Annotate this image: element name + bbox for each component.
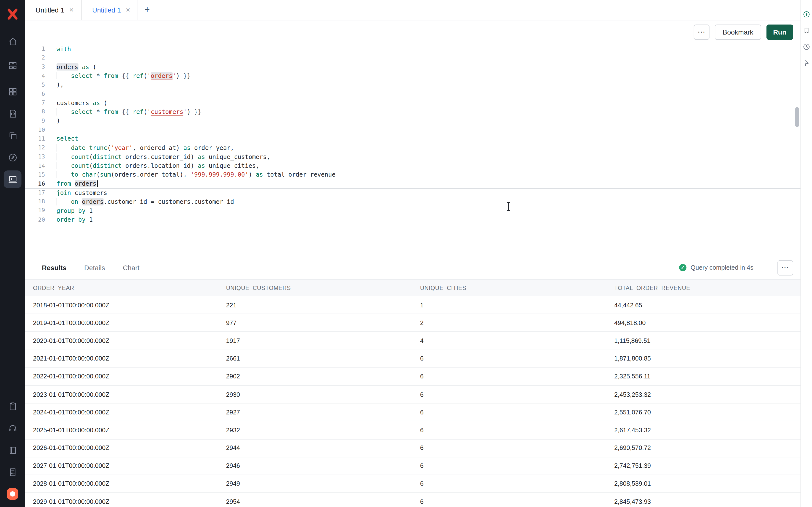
results-more-button[interactable]: ⋯ [777,260,793,275]
table-row[interactable]: 2018-01-01T00:00:00.000Z221144,442.65 [25,296,801,314]
code-line[interactable]: 12 date_trunc('year', ordered_at) as ord… [25,143,801,152]
table-row[interactable]: 2027-01-01T00:00:00.000Z294662,742,751.3… [25,457,801,475]
table-row[interactable]: 2019-01-01T00:00:00.000Z9772494,818.00 [25,314,801,332]
table-row[interactable]: 2024-01-01T00:00:00.000Z292762,551,076.7… [25,404,801,421]
code-line[interactable]: 14 count(distinct orders.location_id) as… [25,161,801,170]
new-tab-button[interactable]: + [138,0,156,20]
code-line[interactable]: 9) [25,116,801,125]
code-file-icon[interactable] [4,105,21,122]
tab-details[interactable]: Details [84,264,105,272]
history-icon[interactable] [803,42,811,51]
code-line[interactable]: 18 on orders.customer_id = customers.cus… [25,197,801,206]
table-cell: 2930 [222,391,416,398]
table-row[interactable]: 2025-01-01T00:00:00.000Z293262,617,453.3… [25,421,801,439]
table-cell: 2026-01-01T00:00:00.000Z [29,444,222,452]
table-cell: 2023-01-01T00:00:00.000Z [29,391,222,398]
sidebar-nav-bottom [5,398,20,502]
table-cell: 6 [416,444,610,452]
table-row[interactable]: 2021-01-01T00:00:00.000Z266161,871,800.8… [25,350,801,368]
table-cell: 2024-01-01T00:00:00.000Z [29,408,222,416]
table-cell: 2932 [222,427,416,434]
table-cell: 2,808,539.01 [610,480,801,488]
home-icon[interactable] [4,32,21,50]
code-line[interactable]: 20order by 1 [25,215,801,224]
clipboard-icon[interactable] [5,398,20,414]
line-number: 12 [25,144,45,151]
bookmark-icon[interactable] [803,26,811,35]
editor-scrollbar[interactable] [795,107,799,127]
run-button[interactable]: Run [766,24,793,40]
code-line[interactable]: 7customers as ( [25,98,801,107]
table-cell: 2,453,253.32 [610,391,801,398]
sidebar-nav-top [4,32,21,74]
code-text: group by 1 [56,207,93,214]
code-line[interactable]: 16from orders [25,179,801,188]
line-number: 8 [25,109,45,115]
copy-icon[interactable] [4,126,21,144]
code-line[interactable]: 10 [25,125,801,134]
code-text: order by 1 [56,216,93,223]
code-text: count(distinct orders.location_id) as un… [56,162,259,169]
table-cell: 1,115,869.51 [610,337,801,344]
more-options-button[interactable]: ⋯ [694,24,710,40]
code-line[interactable]: 13 count(distinct orders.customer_id) as… [25,152,801,161]
check-circle-icon: ✓ [679,264,687,271]
table-row[interactable]: 2028-01-01T00:00:00.000Z294962,808,539.0… [25,475,801,493]
code-line[interactable]: 2 [25,53,801,62]
line-number: 20 [25,216,45,223]
line-number: 11 [25,135,45,142]
code-text: to_char(sum(orders.order_total), '999,99… [56,171,336,178]
code-text: ) [56,117,60,124]
close-icon[interactable]: ✕ [125,7,131,13]
table-cell: 1917 [222,337,416,344]
table-cell: 4 [416,337,610,344]
tab-results[interactable]: Results [42,264,66,272]
apps-grid-icon[interactable] [4,82,21,100]
code-line[interactable]: 1with [25,44,801,53]
code-line[interactable]: 17join customers [25,188,801,197]
table-row[interactable]: 2022-01-01T00:00:00.000Z290262,325,556.1… [25,368,801,386]
dbt-logo[interactable] [5,486,20,502]
sql-editor[interactable]: 1with23orders as (4 select * from {{ ref… [25,43,801,258]
pointer-icon[interactable] [803,59,811,67]
tab-untitled-2[interactable]: Untitled 1 ✕ [82,0,138,20]
close-icon[interactable]: ✕ [69,7,74,13]
code-line[interactable]: 5), [25,80,801,90]
results-tab-bar: Results Details Chart ✓ Query completed … [25,256,801,279]
code-line[interactable]: 6 [25,90,801,99]
bookmark-button[interactable]: Bookmark [715,24,761,40]
code-line[interactable]: 15 to_char(sum(orders.order_total), '999… [25,170,801,179]
tab-untitled-1[interactable]: Untitled 1 ✕ [25,0,82,20]
headset-icon[interactable] [5,420,20,436]
query-toolbar: ⋯ Bookmark Run [25,20,801,43]
table-row[interactable]: 2026-01-01T00:00:00.000Z294462,690,570.7… [25,439,801,457]
app-window: Untitled 1 ✕ Untitled 1 ✕ + ⋯ Bookmark R… [0,0,812,507]
compass-icon[interactable] [4,149,21,166]
calculator-icon[interactable] [5,464,20,480]
table-cell: 6 [416,427,610,434]
query-status: ✓ Query completed in 4s [679,264,753,271]
code-text: ), [56,81,64,89]
sidebar-nav-main [4,82,21,188]
code-line[interactable]: 3orders as ( [25,62,801,71]
table-cell: 6 [416,408,610,416]
line-number: 3 [25,63,45,70]
table-cell: 2944 [222,444,416,452]
code-text: with [56,45,71,53]
table-row[interactable]: 2020-01-01T00:00:00.000Z191741,115,869.5… [25,332,801,350]
table-row[interactable]: 2029-01-01T00:00:00.000Z295462,845,473.9… [25,493,801,507]
code-line[interactable]: 11select [25,134,801,143]
storage-icon[interactable] [4,56,21,74]
code-line[interactable]: 19group by 1 [25,206,801,215]
code-line[interactable]: 8 select * from {{ ref('customers') }} [25,107,801,116]
terminal-icon[interactable] [4,170,21,188]
tab-chart[interactable]: Chart [123,264,140,272]
notebook-icon[interactable] [5,442,20,458]
table-cell: 6 [416,373,610,380]
line-number: 13 [25,153,45,160]
copilot-icon[interactable] [803,10,811,18]
results-panel: Results Details Chart ✓ Query completed … [25,256,801,507]
line-number: 6 [25,91,45,97]
table-row[interactable]: 2023-01-01T00:00:00.000Z293062,453,253.3… [25,386,801,404]
code-line[interactable]: 4 select * from {{ ref('orders') }} [25,71,801,80]
